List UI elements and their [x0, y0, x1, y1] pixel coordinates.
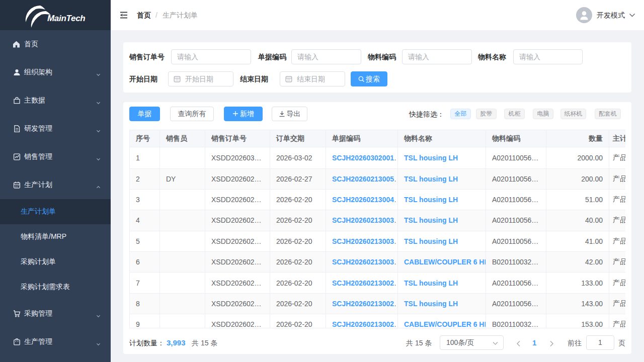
svg-text:MainTech: MainTech — [47, 14, 85, 23]
